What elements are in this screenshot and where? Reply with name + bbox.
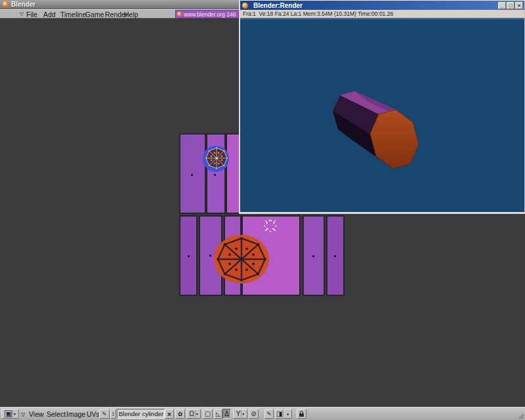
rendered-cylinder xyxy=(240,20,524,212)
menu-game[interactable]: Game xyxy=(85,10,104,18)
proportional-edit-button[interactable]: ⊘ xyxy=(249,409,259,419)
image-pencil-button[interactable]: ✎ xyxy=(99,409,110,419)
blender-logo-icon xyxy=(242,3,248,9)
pivot-selector-button[interactable]: Ω ▾ xyxy=(186,409,201,419)
uv-face-dot xyxy=(188,255,190,257)
pencil-icon: ✎ xyxy=(102,411,107,417)
sticky-y-icon: Y xyxy=(236,410,241,417)
resize-grip[interactable] xyxy=(518,413,524,419)
uv-island-wide-face xyxy=(242,215,301,296)
divider xyxy=(195,410,196,417)
uv-menu-uvs[interactable]: UVs xyxy=(87,410,100,418)
uv-face-dot xyxy=(214,174,216,176)
uv-face-dot xyxy=(334,255,336,257)
render-viewport xyxy=(240,18,524,212)
blender-logo-icon xyxy=(177,12,182,16)
uv-island-side-face xyxy=(206,133,226,214)
chevron-down-icon: ▾ xyxy=(242,411,244,416)
maximize-button[interactable]: □ xyxy=(507,2,514,9)
main-window-title: Blender xyxy=(11,1,35,8)
uv-menu-select[interactable]: Select xyxy=(47,410,66,418)
render-window: Blender:Render _ □ × Fra:1 Ve:18 Fa:24 L… xyxy=(239,0,525,214)
browse-down-icon: ▾ xyxy=(112,414,114,417)
paint-mode-button[interactable]: ✎ xyxy=(264,409,274,419)
menu-timeline[interactable]: Timeline xyxy=(60,10,86,18)
image-browse-button[interactable]: ▴ ▾ xyxy=(110,409,116,419)
uv-menu-image[interactable]: Image xyxy=(66,410,85,418)
lock-update-button[interactable] xyxy=(297,409,306,419)
header-collapse-icon[interactable]: ▽ xyxy=(20,11,24,17)
render-stats: Fra:1 Ve:18 Fa:24 La:1 Mem:3.54M (10.31M… xyxy=(240,10,524,18)
version-button[interactable]: www.blender.org 246 xyxy=(175,10,239,18)
close-icon: × xyxy=(167,410,171,418)
divider xyxy=(241,410,242,417)
brush-icon: ✎ xyxy=(266,411,272,417)
sticky-select-button[interactable]: Y ▾ xyxy=(233,409,247,419)
pack-icon: ✿ xyxy=(178,411,183,417)
draw-dot-button[interactable]: ● xyxy=(284,409,292,419)
divider xyxy=(12,410,13,417)
menu-add[interactable]: Add xyxy=(43,10,56,18)
uv-image-editor-icon xyxy=(5,410,12,417)
dot-icon: ● xyxy=(287,412,289,416)
unlink-image-button[interactable]: × xyxy=(165,409,174,419)
menu-help[interactable]: Help xyxy=(124,10,138,18)
close-button[interactable]: × xyxy=(515,2,523,9)
shadow-box-icon: ◨ xyxy=(276,410,282,417)
editor-type-button[interactable]: ▾ xyxy=(1,409,19,419)
menu-file[interactable]: File xyxy=(26,10,37,18)
uv-island-side-face xyxy=(224,215,242,296)
header-collapse-icon[interactable]: ▽ xyxy=(21,411,25,417)
uv-face-dot xyxy=(191,174,193,176)
uv-face-dot xyxy=(209,255,211,257)
blender-app: Blender ▽ File Add Timeline Game Render … xyxy=(0,0,525,420)
uv-vertex-mode-button[interactable]: ◺ xyxy=(214,409,222,419)
minimize-button[interactable]: _ xyxy=(498,2,506,9)
render-window-titlebar[interactable]: Blender:Render _ □ × xyxy=(240,1,524,10)
lock-icon xyxy=(299,410,304,417)
square-icon: ▢ xyxy=(205,410,211,417)
chevron-down-icon: ▾ xyxy=(196,411,198,416)
blender-logo-icon xyxy=(3,1,9,7)
image-name-field[interactable]: Blender cylinder text xyxy=(117,409,165,419)
slant-icon: ◺ xyxy=(216,411,220,417)
omega-icon: Ω xyxy=(189,410,194,417)
uv-face-dot xyxy=(312,255,314,257)
uv-menu-view[interactable]: View xyxy=(29,410,44,418)
pack-image-button[interactable]: ✿ xyxy=(175,409,185,419)
draw-shadow-button[interactable]: ◨ xyxy=(275,409,284,419)
prop-edit-icon: ⊘ xyxy=(251,410,256,417)
face-select-button[interactable]: ▢ xyxy=(203,409,213,419)
triangle-icon: Δ xyxy=(224,410,229,417)
version-label: www.blender.org 246 xyxy=(184,11,236,18)
uv-editor-header: ▾ ▽ View Select Image UVs ✎ ▴ ▾ Blender … xyxy=(0,407,525,420)
render-window-title: Blender:Render xyxy=(253,2,498,9)
uv-face-mode-button[interactable]: Δ xyxy=(222,409,231,419)
chevron-down-icon: ▾ xyxy=(14,411,16,416)
